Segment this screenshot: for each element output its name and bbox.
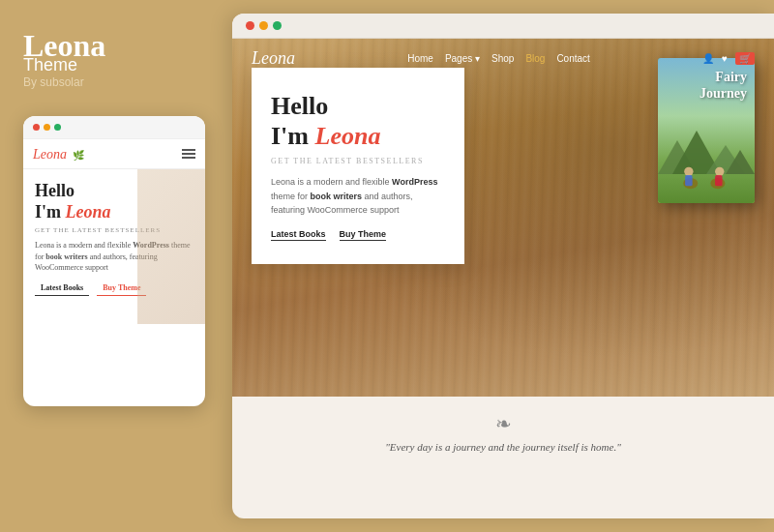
site-nav-links: Home Pages ▾ Shop Blog Contact xyxy=(407,53,590,64)
mobile-latest-books-button[interactable]: Latest Books xyxy=(35,281,89,296)
heart-icon[interactable]: ♥ xyxy=(722,53,728,64)
nav-home[interactable]: Home xyxy=(407,53,433,64)
mobile-leona-name: Leona xyxy=(66,202,111,222)
quote-section: ❧ "Every day is a journey and the journe… xyxy=(232,397,774,468)
website-preview: Leona Home Pages ▾ Shop Blog Contact 👤 ♥… xyxy=(232,39,774,518)
hero-leona-name: Leona xyxy=(315,122,381,150)
nav-blog[interactable]: Blog xyxy=(525,53,545,64)
mobile-dots xyxy=(23,116,205,139)
author-byline: By subsolar xyxy=(23,75,209,89)
left-panel: Leona Theme By subsolar Leona 🌿 Hello I'… xyxy=(0,0,232,532)
right-panel: Leona Home Pages ▾ Shop Blog Contact 👤 ♥… xyxy=(232,14,774,518)
mobile-hero-bg xyxy=(137,169,205,324)
hero-buy-theme-button[interactable]: Buy Theme xyxy=(340,229,387,241)
site-logo: Leona xyxy=(252,48,295,69)
browser-dot-green xyxy=(273,21,282,30)
hero-card: Hello I'm Leona GET THE LATEST BESTSELLE… xyxy=(252,68,464,264)
hero-section: Leona Home Pages ▾ Shop Blog Contact 👤 ♥… xyxy=(232,39,774,397)
hero-description: Leona is a modern and flexible WordPress… xyxy=(271,175,445,217)
mobile-logo: Leona 🌿 xyxy=(33,145,84,163)
nav-contact[interactable]: Contact xyxy=(556,53,589,64)
browser-chrome xyxy=(232,14,774,39)
svg-point-8 xyxy=(715,167,724,176)
quote-decoration-icon: ❧ xyxy=(495,412,512,435)
mobile-preview: Leona 🌿 Hello I'm Leona GET THE LATEST B… xyxy=(23,116,205,406)
hero-heading: Hello I'm Leona xyxy=(271,91,445,151)
svg-point-5 xyxy=(684,167,693,176)
browser-dot-yellow xyxy=(259,21,268,30)
hero-latest-books-button[interactable]: Latest Books xyxy=(271,229,326,241)
nav-pages[interactable]: Pages ▾ xyxy=(445,53,480,64)
nav-shop[interactable]: Shop xyxy=(491,53,514,64)
user-icon[interactable]: 👤 xyxy=(702,53,714,64)
dot-green xyxy=(54,124,61,131)
dot-yellow xyxy=(44,124,50,131)
dot-red xyxy=(33,124,40,131)
svg-rect-6 xyxy=(685,175,693,186)
leaf-icon: 🌿 xyxy=(73,150,84,161)
hamburger-icon[interactable] xyxy=(182,149,195,159)
mobile-nav-bar: Leona 🌿 xyxy=(23,139,205,169)
theme-subtitle: Theme xyxy=(23,55,209,75)
book-cover: Fairy Journey xyxy=(658,58,755,203)
site-nav: Leona Home Pages ▾ Shop Blog Contact 👤 ♥… xyxy=(232,39,774,78)
cart-icon[interactable]: 🛒 xyxy=(735,52,755,65)
svg-rect-9 xyxy=(715,175,723,186)
quote-text: "Every day is a journey and the journey … xyxy=(385,441,621,453)
mobile-content: Hello I'm Leona GET THE LATEST BESTSELLE… xyxy=(23,169,205,308)
hero-tagline: GET THE LATEST BESTSELLERS xyxy=(271,157,445,165)
book-characters xyxy=(672,160,745,193)
browser-dot-red xyxy=(246,21,254,30)
site-nav-icons: 👤 ♥ 🛒 xyxy=(702,52,755,65)
hero-buttons: Latest Books Buy Theme xyxy=(271,229,445,241)
